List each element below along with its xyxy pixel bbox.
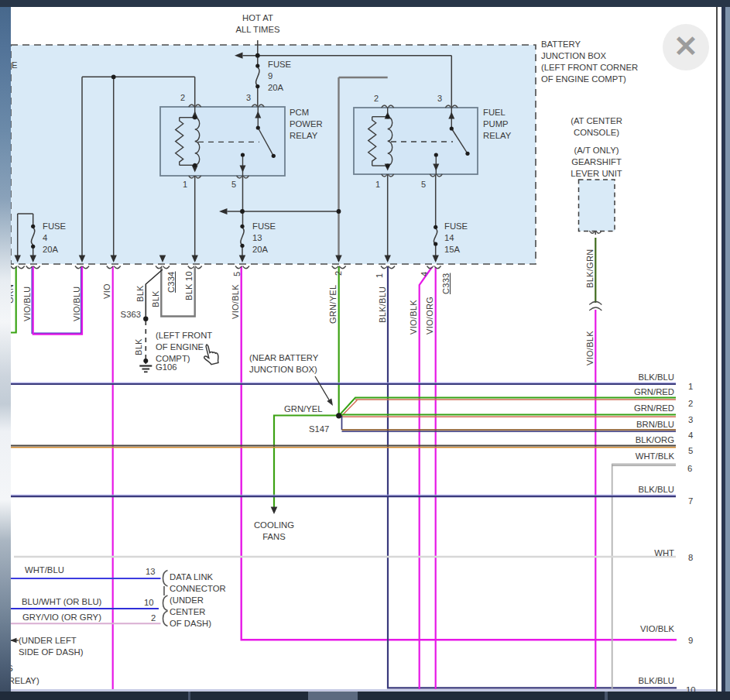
dlc-pin-10: 10 <box>144 597 154 609</box>
top-edge-bar <box>0 0 730 7</box>
colored-wires <box>9 238 677 689</box>
wire-label-vio-blk-3: VIO/BLK <box>585 331 595 365</box>
wire-label-blk-10: BLK 10 <box>184 271 194 300</box>
row-number-1: 1 <box>688 382 693 391</box>
dlc-wire-label-3: GRY/VIO (OR GRY) <box>22 612 101 623</box>
wire-label-blk-blu: BLK/BLU <box>378 287 388 323</box>
pcm-power-relay-label: PCM POWER RELAY <box>290 107 323 142</box>
close-icon: ✕ <box>673 30 698 63</box>
connector-pin-2: 2 <box>334 271 344 276</box>
battery-junction-box-label: BATTERY JUNCTION BOX (LEFT FRONT CORNER … <box>541 39 638 85</box>
row-label-4: BRN/BLU <box>597 420 674 429</box>
row-number-3: 3 <box>688 415 693 424</box>
wiring-diagram-canvas <box>0 0 730 700</box>
bottom-bar-seam-2 <box>605 691 608 700</box>
fuel-pin-1: 1 <box>375 180 380 189</box>
wire-label-vio-blk-2: VIO/BLK <box>409 300 419 335</box>
fuse4-label: FUSE 4 20A <box>43 221 66 256</box>
dlc-pin-2: 2 <box>151 612 156 624</box>
grn-yel-splice-label: GRN/YEL <box>284 403 323 415</box>
bottom-bar-seam-1 <box>188 691 190 700</box>
fuel-pump-relay-label: FUEL PUMP RELAY <box>483 107 511 142</box>
fuse9-label: FUSE 9 20A <box>268 59 291 94</box>
pcm-pin-2: 2 <box>180 93 185 102</box>
row-label-9: VIO/BLK <box>597 624 674 633</box>
splice-s363-label: S363 <box>118 309 141 321</box>
row-label-6: WHT/BLK <box>597 451 674 461</box>
wire-label-blk-1: BLK <box>135 285 146 302</box>
pcm-pin-1: 1 <box>183 180 187 189</box>
row-number-4: 4 <box>688 431 693 440</box>
cooling-fans-label: COOLING FANS <box>248 520 300 543</box>
content-right-border <box>716 7 718 691</box>
near-battery-note: (NEAR BATTERY JUNCTION BOX) <box>249 352 318 376</box>
row-number-5: 5 <box>688 446 693 455</box>
row-number-2: 2 <box>688 399 693 408</box>
bottom-scrollbar[interactable] <box>0 691 730 700</box>
wire-label-vio-blu-1: VIO/BLU <box>22 286 33 321</box>
row-label-3: GRN/RED <box>597 403 674 413</box>
row-label-10: BLK/BLU <box>597 676 674 685</box>
row-label-5: BLK/ORG <box>597 435 674 444</box>
wire-label-blk-grn: BLK/GRN <box>585 249 595 288</box>
hot-at-all-times-label: HOT AT ALL TIMES <box>230 12 286 36</box>
wire-label-vio-blu-2: VIO/BLU <box>72 286 82 321</box>
wire-label-grn-yel: GRN/YEL <box>328 285 338 324</box>
data-link-connector-label: DATA LINK CONNECTOR (UNDER CENTER OF DAS… <box>170 571 226 630</box>
row-number-8: 8 <box>688 553 693 562</box>
dlc-wire-label-1: WHT/BLU <box>25 564 64 576</box>
clipped-text-e: E <box>12 60 18 71</box>
connector-pin-1: 1 <box>375 273 385 278</box>
fuel-pin-2: 2 <box>374 94 379 103</box>
connector-label-c334: C334 <box>166 272 177 293</box>
right-scrollbar-thumb[interactable] <box>725 7 730 691</box>
fuel-pin-3: 3 <box>437 94 442 103</box>
splice-s147-label: S147 <box>309 424 329 435</box>
row-label-2: GRN/RED <box>597 387 674 396</box>
pcm-pin-3: 3 <box>246 93 251 102</box>
row-label-8: WHT <box>597 548 674 558</box>
under-left-dash-note: (UNDER LEFT SIDE OF DASH) <box>19 635 83 658</box>
wire-label-vio-blk-1: VIO/BLK <box>231 284 241 319</box>
dlc-brace <box>163 571 168 626</box>
wire-label-blk-3: BLK <box>134 338 144 355</box>
row-label-7: BLK/BLU <box>597 485 674 494</box>
wire-label-vio-org: VIO/ORG <box>425 297 435 335</box>
at-center-console-label: (AT CENTER CONSOLE) <box>560 115 633 139</box>
dlc-pin-13: 13 <box>146 566 156 578</box>
fuel-pin-5: 5 <box>421 180 426 189</box>
wire-label-blk-2: BLK <box>151 290 161 307</box>
pcm-pin-5: 5 <box>231 180 236 189</box>
row-number-6: 6 <box>687 464 692 473</box>
fuse14-label: FUSE 14 15A <box>444 221 468 256</box>
left-page-edge <box>0 7 11 691</box>
connector-label-c333: C333 <box>441 273 451 295</box>
wire-label-vio: VIO <box>102 283 112 299</box>
connector-pin-4: 4 <box>420 272 430 276</box>
wiring-diagram-page: HOT AT ALL TIMES BATTERY JUNCTION BOX (L… <box>0 0 730 700</box>
row-number-7: 7 <box>688 496 693 506</box>
close-button[interactable]: ✕ <box>663 24 709 70</box>
s147-pointer <box>315 376 333 406</box>
dlc-wire-label-2: BLU/WHT (OR BLU) <box>22 596 101 608</box>
row-label-1: BLK/BLU <box>597 372 674 382</box>
bottom-scrollbar-thumb[interactable] <box>308 691 358 700</box>
connector-pin-5: 5 <box>232 272 242 276</box>
row-number-9: 9 <box>688 636 693 645</box>
gearshift-lever-unit-box <box>579 180 615 232</box>
gearshift-lever-unit-label: (A/T ONLY) GEARSHIFT LEVER UNIT <box>559 145 634 180</box>
fuse13-label: FUSE 13 20A <box>252 221 276 256</box>
